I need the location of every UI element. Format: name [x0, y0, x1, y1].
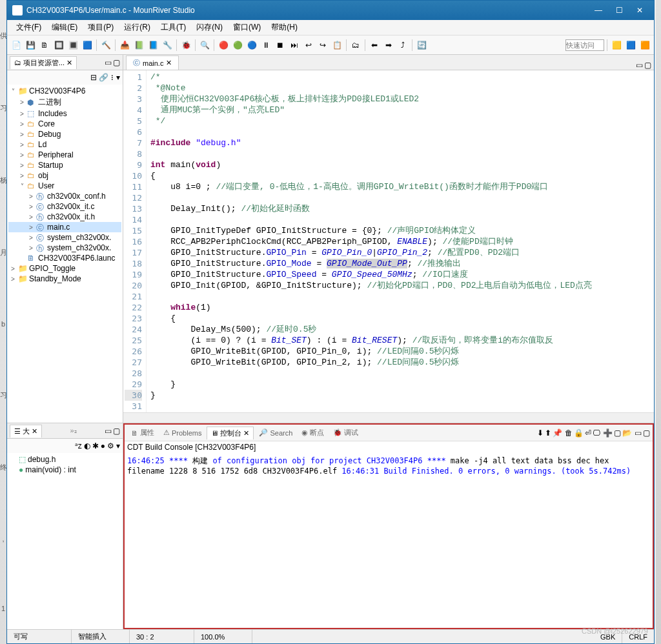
expand-icon[interactable]: >: [10, 265, 16, 272]
tab-debug[interactable]: 🐞调试: [329, 427, 362, 439]
tb-icon-22[interactable]: 📋: [330, 39, 343, 52]
tree-item[interactable]: >📁Standby_Mode: [8, 274, 121, 284]
menu-flash[interactable]: 闪存(N): [191, 21, 228, 34]
tb-icon-19[interactable]: ⏭: [288, 39, 301, 52]
btn-down-icon[interactable]: ⬇: [537, 428, 544, 438]
console-body[interactable]: 16:46:25 **** 构建 of configuration obj fo…: [125, 453, 653, 628]
tree-item[interactable]: ˅📁CH32V003F4P6: [8, 86, 121, 96]
perspective-icon-1[interactable]: 🟨: [610, 39, 623, 52]
outline-tree[interactable]: ⬚ debug.h ● main(void) : int: [7, 453, 123, 629]
close-icon[interactable]: ✕: [66, 59, 72, 67]
tb-icon-16[interactable]: 🔵: [245, 39, 258, 52]
tb-icon-21[interactable]: ↪: [316, 39, 329, 52]
build-icon[interactable]: 🔨: [99, 39, 112, 52]
sort-icon[interactable]: ᵃz: [75, 441, 82, 450]
tree-item[interactable]: >📁GPIO_Toggle: [8, 263, 121, 274]
expand-icon[interactable]: >: [28, 245, 34, 252]
expand-icon[interactable]: >: [28, 193, 34, 200]
menu-help[interactable]: 帮助(H): [266, 21, 303, 34]
tree-item[interactable]: >🗀Core: [8, 119, 121, 129]
minimize-view-icon[interactable]: ▭: [105, 58, 112, 67]
quick-access-input[interactable]: [565, 39, 604, 51]
expand-icon[interactable]: ˅: [10, 88, 16, 95]
editor-body[interactable]: 1234567891011121314151617181920212223242…: [123, 70, 654, 412]
minimize-editor-icon[interactable]: ▭: [636, 61, 643, 70]
tb-icon-4[interactable]: 🔲: [52, 39, 65, 52]
tree-item[interactable]: >⬚Includes: [8, 108, 121, 119]
menu-file[interactable]: 文件(F): [11, 21, 46, 34]
outline-item[interactable]: ● main(void) : int: [8, 465, 121, 475]
menu-edit[interactable]: 编辑(E): [46, 21, 83, 34]
debug-icon[interactable]: 🐞: [179, 39, 192, 52]
expand-icon[interactable]: >: [19, 141, 25, 148]
tab-console[interactable]: 🖥控制台 ✕: [207, 427, 254, 439]
tb-icon-18[interactable]: ⏹: [274, 39, 287, 52]
expand-icon[interactable]: >: [19, 110, 25, 117]
outline-tab[interactable]: ☰ 大 ✕: [10, 425, 42, 438]
tree-item[interactable]: >🗀Peripheral: [8, 150, 121, 160]
maximize-view-icon[interactable]: ▢: [643, 428, 650, 438]
tree-item[interactable]: >🗀Ld: [8, 139, 121, 150]
close-icon[interactable]: ✕: [32, 427, 37, 436]
close-icon[interactable]: ✕: [166, 59, 172, 67]
tree-item[interactable]: >ⓗch32v00x_it.h: [8, 212, 121, 222]
tree-item[interactable]: >ⓒsystem_ch32v00x.: [8, 232, 121, 243]
tab-problems[interactable]: ⚠Problems: [159, 427, 205, 438]
outline-item[interactable]: ⬚ debug.h: [8, 454, 121, 465]
tree-item[interactable]: >ⓗch32v00x_conf.h: [8, 191, 121, 201]
expand-icon[interactable]: >: [10, 276, 16, 283]
menu-run[interactable]: 运行(R): [119, 21, 156, 34]
close-button[interactable]: ✕: [631, 4, 649, 17]
fwd-icon[interactable]: ➡: [382, 39, 395, 52]
btn-clear-icon[interactable]: 🗑: [565, 428, 573, 438]
tab-search[interactable]: 🔎Search: [255, 427, 296, 438]
tab-properties[interactable]: 🗎属性: [127, 427, 158, 439]
btn-new-icon[interactable]: ➕: [603, 428, 613, 438]
editor-tab-main[interactable]: ⓒ main.c ✕: [126, 55, 179, 70]
menu-window[interactable]: 窗口(W): [228, 21, 266, 34]
link-icon[interactable]: 🔗: [99, 73, 108, 82]
code-area[interactable]: /* *@Note 使用沁恒CH32V003F4P6核心板，板上排针连接为PD0…: [147, 70, 654, 412]
btn-wrap-icon[interactable]: ⏎: [585, 428, 591, 438]
expand-icon[interactable]: >: [28, 203, 34, 210]
tb-icon-14[interactable]: 🔴: [217, 39, 230, 52]
tree-item[interactable]: >🗀obj: [8, 170, 121, 181]
expand-icon[interactable]: ˅: [19, 183, 25, 190]
expand-icon[interactable]: >: [19, 121, 25, 128]
outline-opt-icon[interactable]: ✱: [92, 441, 99, 450]
expand-icon[interactable]: >: [28, 224, 34, 231]
project-tree[interactable]: ˅📁CH32V003F4P6>⬢二进制>⬚Includes>🗀Core>🗀Deb…: [7, 85, 123, 423]
perspective-icon-3[interactable]: 🟧: [638, 39, 651, 52]
maximize-view-icon[interactable]: ▢: [113, 427, 120, 436]
save-icon[interactable]: 💾: [24, 39, 37, 52]
tab-breakpoints[interactable]: ◉断点: [298, 427, 328, 439]
btn-pin-icon[interactable]: 📌: [553, 428, 562, 438]
new-icon[interactable]: 📄: [10, 39, 23, 52]
editor-hscroll[interactable]: [123, 412, 654, 423]
project-explorer-tab[interactable]: 🗂 项目资源管... ✕: [10, 56, 77, 69]
save-all-icon[interactable]: 🗎: [38, 39, 51, 52]
expand-icon[interactable]: >: [28, 214, 34, 221]
expand-icon[interactable]: >: [19, 162, 25, 169]
tree-item[interactable]: >🗀Debug: [8, 129, 121, 139]
maximize-view-icon[interactable]: ▢: [113, 58, 120, 67]
menu-tools[interactable]: 工具(T): [156, 21, 191, 34]
maximize-editor-icon[interactable]: ▢: [644, 61, 651, 70]
expand-icon[interactable]: >: [19, 99, 25, 106]
tb-icon-6[interactable]: 🟦: [81, 39, 94, 52]
filter-icon[interactable]: ⫶: [110, 73, 114, 82]
perspective-icon-2[interactable]: 🟦: [624, 39, 637, 52]
tree-item[interactable]: >ⓒmain.c: [8, 222, 121, 232]
btn-open-icon[interactable]: 📂: [622, 428, 632, 438]
outline-filter-icon[interactable]: ◐: [84, 441, 90, 450]
btn-console-sel-icon[interactable]: ▢: [614, 428, 621, 438]
back-icon[interactable]: ⬅: [368, 39, 381, 52]
menu-icon[interactable]: ▾: [116, 73, 120, 82]
btn-display-icon[interactable]: 🖵: [593, 428, 600, 438]
expand-icon[interactable]: >: [19, 152, 25, 159]
expand-icon[interactable]: >: [19, 172, 25, 179]
line-gutter[interactable]: 1234567891011121314151617181920212223242…: [123, 70, 147, 412]
tb-icon-9[interactable]: 📗: [132, 39, 145, 52]
minimize-view-icon[interactable]: ▭: [635, 428, 642, 438]
close-icon[interactable]: ✕: [243, 429, 249, 438]
